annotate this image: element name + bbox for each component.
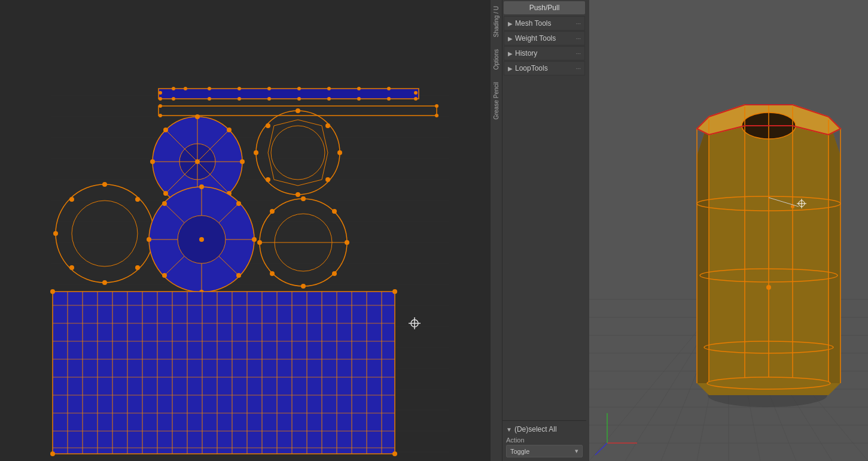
svg-point-163: [392, 451, 397, 456]
svg-point-99: [135, 197, 140, 202]
uv-canvas[interactable]: [0, 0, 491, 461]
svg-point-53: [208, 97, 211, 101]
weight-tools-section[interactable]: ▶ Weight Tools ···: [504, 31, 585, 46]
svg-point-209: [766, 285, 771, 290]
svg-point-41: [172, 87, 175, 90]
svg-point-73: [240, 159, 245, 164]
viewport-3d[interactable]: [589, 0, 868, 461]
svg-point-162: [50, 451, 55, 456]
svg-point-114: [236, 273, 241, 278]
history-dots: ···: [576, 50, 581, 57]
weight-tools-dots: ···: [576, 35, 581, 42]
svg-point-127: [270, 271, 275, 276]
svg-point-51: [159, 97, 162, 101]
deselect-header[interactable]: ▼ (De)select All: [506, 423, 583, 435]
uv-editor-panel: [0, 0, 491, 461]
svg-point-124: [270, 209, 275, 214]
svg-point-87: [254, 150, 258, 155]
svg-point-64: [159, 114, 162, 117]
svg-marker-39: [159, 89, 419, 99]
svg-point-62: [159, 104, 162, 108]
svg-point-125: [332, 209, 337, 214]
svg-point-161: [392, 289, 397, 294]
svg-point-85: [337, 150, 342, 155]
svg-point-101: [69, 265, 74, 270]
svg-point-55: [267, 97, 271, 101]
mesh-tools-section[interactable]: ▶ Mesh Tools ···: [504, 16, 585, 31]
mesh-tools-dots: ···: [576, 20, 581, 27]
svg-point-63: [435, 104, 438, 108]
history-label: History: [515, 49, 576, 57]
svg-point-113: [236, 201, 241, 206]
svg-point-120: [301, 196, 306, 201]
svg-point-115: [162, 273, 167, 278]
svg-point-123: [345, 240, 349, 245]
svg-point-43: [208, 87, 211, 90]
svg-point-84: [296, 108, 300, 113]
svg-point-79: [163, 191, 168, 196]
svg-point-59: [387, 97, 391, 101]
svg-point-111: [147, 237, 151, 242]
svg-point-45: [267, 87, 271, 90]
push-pull-button[interactable]: Push/Pull: [504, 1, 585, 14]
action-value: Toggle: [510, 448, 529, 455]
action-dropdown[interactable]: Toggle ▾: [506, 445, 583, 457]
viewport-svg: [589, 0, 868, 461]
tab-grease-pencil[interactable]: Grease Pencil: [492, 76, 501, 126]
action-row: Action Toggle ▾: [506, 435, 583, 459]
svg-point-57: [327, 97, 331, 101]
tab-options[interactable]: Options: [492, 43, 501, 75]
history-arrow: ▶: [508, 50, 513, 57]
tools-panel: Push/Pull ▶ Mesh Tools ··· ▶ Weight Tool…: [502, 0, 586, 461]
svg-marker-128: [53, 292, 395, 454]
mesh-tools-label: Mesh Tools: [515, 19, 576, 28]
action-dropdown-arrow: ▾: [575, 447, 578, 455]
svg-point-42: [184, 87, 187, 90]
svg-marker-192: [697, 120, 709, 383]
action-label: Action: [506, 436, 583, 444]
svg-point-80: [195, 159, 200, 164]
loop-tools-arrow: ▶: [508, 65, 513, 72]
vertical-tabs: Shading / U Options Grease Pencil: [491, 0, 502, 461]
loop-tools-label: LoopTools: [515, 64, 576, 72]
svg-point-122: [257, 240, 262, 245]
svg-point-98: [69, 197, 74, 202]
svg-point-88: [266, 123, 270, 128]
deselect-arrow: ▼: [506, 426, 512, 433]
svg-point-77: [227, 128, 232, 132]
svg-point-91: [266, 177, 270, 182]
svg-point-46: [297, 87, 301, 90]
deselect-label: (De)select All: [514, 425, 557, 433]
weight-tools-arrow: ▶: [508, 35, 513, 42]
svg-point-109: [252, 237, 257, 242]
svg-point-50: [414, 91, 418, 95]
svg-point-121: [301, 284, 306, 289]
svg-point-116: [199, 237, 204, 242]
svg-point-100: [135, 265, 140, 270]
svg-point-126: [332, 271, 337, 276]
svg-point-56: [297, 97, 301, 101]
svg-point-160: [50, 289, 55, 294]
svg-point-207: [707, 377, 830, 389]
svg-point-60: [414, 97, 418, 101]
svg-point-58: [357, 97, 361, 101]
svg-point-86: [296, 192, 300, 197]
svg-point-54: [237, 97, 241, 101]
svg-point-40: [159, 91, 162, 95]
svg-point-65: [435, 114, 438, 117]
loop-tools-dots: ···: [576, 65, 581, 72]
svg-point-89: [325, 123, 330, 128]
svg-point-76: [163, 128, 168, 132]
weight-tools-label: Weight Tools: [515, 34, 576, 43]
svg-point-48: [357, 87, 361, 90]
svg-point-96: [102, 280, 107, 285]
svg-point-49: [387, 87, 391, 90]
svg-point-44: [237, 87, 241, 90]
history-section[interactable]: ▶ History ···: [504, 46, 585, 60]
tab-shading[interactable]: Shading / U: [492, 0, 501, 43]
svg-point-75: [150, 159, 155, 164]
deselect-section: ▼ (De)select All Action Toggle ▾: [502, 420, 586, 461]
svg-point-108: [199, 184, 204, 189]
loop-tools-section[interactable]: ▶ LoopTools ···: [504, 61, 585, 75]
svg-point-47: [327, 87, 331, 90]
